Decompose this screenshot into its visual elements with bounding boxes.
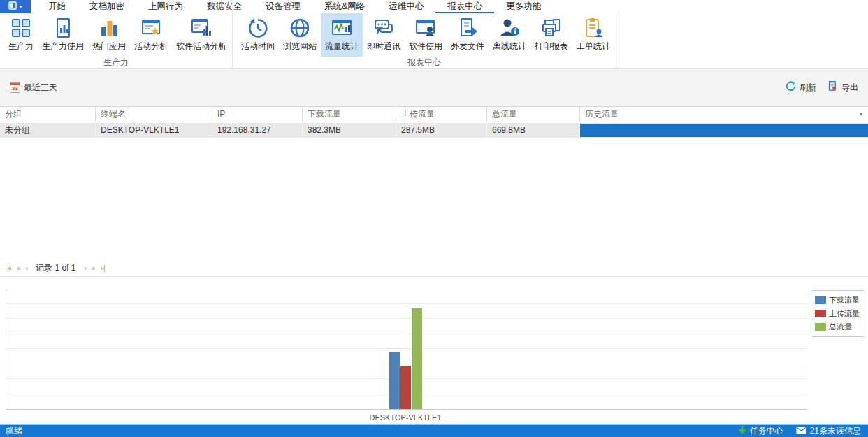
ribbon-button-productivity-usage[interactable]: 生产力使用 [38,13,88,57]
prev-page-button[interactable]: ‹ [23,264,30,272]
chart-legend: 下载流量 上传流量 总流量 [811,290,865,337]
ribbon-button-traffic-statistics[interactable]: 流量统计 [321,13,363,57]
fast-prev-button[interactable]: « [14,264,23,272]
column-header-ip[interactable]: IP [212,107,303,122]
traffic-bar-chart: DESKTOP-VLKTLE1 下载流量 上传流量 总流量 [0,278,868,424]
cell-download: 382.3MB [303,123,396,138]
traffic-chart-icon [331,16,353,40]
cell-history [580,123,868,138]
app-menu-button[interactable]: ▾ [0,0,31,13]
ribbon-button-browse-websites[interactable]: 浏览网站 [279,13,321,57]
gridline [6,303,807,304]
first-page-button[interactable]: |« [4,264,14,272]
window-chart-icon [190,16,212,40]
chart-category-label: DESKTOP-VLKTLE1 [335,413,475,422]
ribbon-button-software-activity-analysis[interactable]: 软件活动分析 [172,13,231,57]
menu-tabs: 开始 文档加密 上网行为 数据安全 设备管理 系统&网络 运维中心 报表中心 更… [36,0,553,13]
app-window: ▾ 开始 文档加密 上网行为 数据安全 设备管理 系统&网络 运维中心 报表中心… [0,0,868,437]
file-export-icon [456,16,479,40]
legend-item-upload: 上传流量 [815,308,861,319]
clipboard-user-icon [582,16,605,40]
fast-next-button[interactable]: » [89,264,98,272]
ribbon-button-activity-analysis[interactable]: 活动分析 [130,13,172,57]
date-range-label: 最近三天 [24,82,57,94]
ribbon-group-label-report-center: 报表中心 [234,57,614,68]
download-arrow-icon [738,426,746,437]
cell-ip: 192.168.31.27 [212,123,303,138]
legend-swatch [815,296,826,304]
chart-bar-1 [400,366,411,409]
table-header: 分组 终端名 IP 下载流量 上传流量 总流量 历史流量 ▼ [0,106,868,122]
user-info-icon [498,16,521,40]
chart-plot [6,289,807,410]
ribbon-button-print-report[interactable]: 打印报表 [530,13,572,57]
tab-doc-encryption[interactable]: 文档加密 [78,0,136,13]
export-button[interactable]: 导出 [827,81,858,94]
column-header-history[interactable]: 历史流量 ▼ [580,107,868,122]
app-window-icon [8,1,17,12]
record-pager: |« « ‹ 记录 1 of 1 › » »| [0,260,868,277]
unread-messages-button[interactable]: 21条未读信息 [796,425,861,437]
bar-chart-icon [98,16,120,40]
legend-swatch [815,310,826,317]
menu-bar: ▾ 开始 文档加密 上网行为 数据安全 设备管理 系统&网络 运维中心 报表中心… [0,0,868,13]
calendar-icon: 23 [10,82,20,93]
column-header-group[interactable]: 分组 [0,107,96,122]
last-page-button[interactable]: »| [97,264,107,272]
chart-bar-2 [412,308,422,409]
date-range-picker[interactable]: 23 最近三天 [10,82,57,94]
bar-group [389,308,422,409]
record-count-label: 记录 1 of 1 [30,262,81,274]
chat-icon [372,16,395,40]
task-center-button[interactable]: 任务中心 [738,425,783,437]
cell-upload: 287.5MB [396,123,487,138]
tab-device-management[interactable]: 设备管理 [254,0,312,13]
next-page-button[interactable]: › [81,264,88,272]
legend-item-download: 下载流量 [815,295,861,306]
ribbon-button-software-usage[interactable]: 软件使用 [405,13,447,57]
ribbon-button-ticket-statistics[interactable]: 工单统计 [572,13,614,57]
ribbon-group-report-center: 活动时间 浏览网站 流量统计 [233,13,616,68]
tab-data-security[interactable]: 数据安全 [195,0,254,13]
document-chart-icon [52,16,74,40]
globe-icon [289,16,311,40]
table-row[interactable]: 未分组 DESKTOP-VLKTLE1 192.168.31.27 382.3M… [0,123,868,138]
refresh-button[interactable]: 刷新 [786,81,816,94]
status-ready-label: 就绪 [6,425,22,437]
printer-icon [540,16,563,40]
tab-more-features[interactable]: 更多功能 [494,0,553,13]
tab-start[interactable]: 开始 [36,0,78,13]
tab-ops-center[interactable]: 运维中心 [377,0,435,13]
export-icon [827,81,838,94]
ribbon-button-hot-apps[interactable]: 热门应用 [88,13,130,57]
ribbon-button-outgoing-files[interactable]: 外发文件 [447,13,489,57]
message-icon [796,427,806,436]
tab-report-center[interactable]: 报表中心 [435,0,494,13]
cell-group: 未分组 [0,123,96,138]
grid-icon [10,16,32,40]
window-user-icon [414,16,437,40]
tab-internet-behavior[interactable]: 上网行为 [136,0,195,13]
ribbon-group-label-productivity: 生产力 [1,57,231,68]
document-star-icon [140,16,162,40]
legend-item-total: 总流量 [815,322,861,332]
chart-bar-0 [389,352,400,409]
ribbon-button-activity-time[interactable]: 活动时间 [237,13,279,57]
ribbon-button-productivity[interactable]: 生产力 [4,13,38,57]
cell-total: 669.8MB [487,123,580,138]
column-header-download[interactable]: 下载流量 [303,107,396,122]
ribbon-button-instant-messaging[interactable]: 即时通讯 [363,13,405,57]
status-bar: 就绪 任务中心 21条未读信息 [0,424,868,437]
ribbon-button-offline-statistics[interactable]: 离线统计 [489,13,530,57]
legend-swatch [815,323,826,331]
history-traffic-bar [580,124,868,137]
history-clock-icon [247,16,269,40]
column-header-upload[interactable]: 上传流量 [396,107,487,122]
ribbon-group-productivity: 生产力 生产力使用 热门应用 [0,13,233,68]
tab-system-network[interactable]: 系统&网络 [312,0,377,13]
refresh-icon [786,81,796,94]
column-header-terminal[interactable]: 终端名 [96,107,212,122]
column-menu-dropdown-icon[interactable]: ▼ [858,107,864,122]
ribbon: 生产力 生产力使用 热门应用 [0,13,868,68]
column-header-total[interactable]: 总流量 [487,107,580,122]
